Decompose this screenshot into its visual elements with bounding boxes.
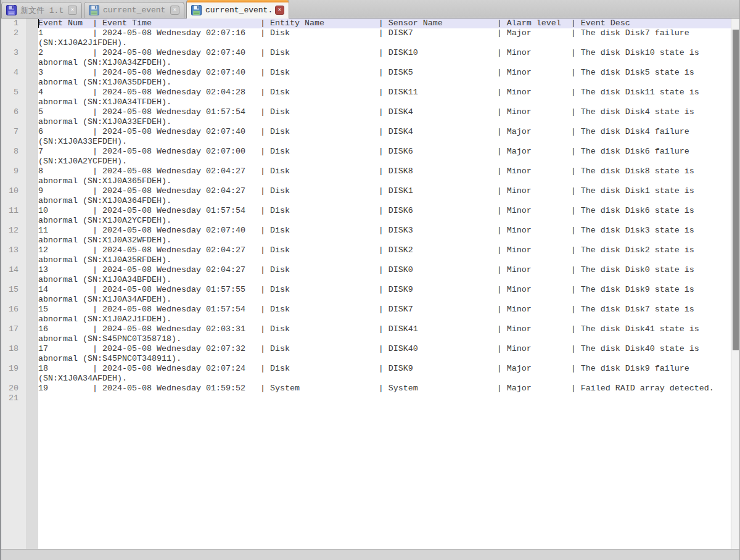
editor-line[interactable]: 1716 | 2024-05-08 Wednesday 02:03:31 | D… [1,324,731,334]
bookmark-margin-cell [26,97,38,107]
line-number: 6 [1,107,26,117]
editor-line[interactable]: abnormal (SN:X1J0A34BFDEH). [1,275,731,285]
line-number: 12 [1,226,26,236]
line-number: 13 [1,245,26,255]
editor-line[interactable]: 98 | 2024-05-08 Wednesday 02:04:27 | Dis… [1,167,731,176]
line-number [1,157,26,167]
line-text: 7 | 2024-05-08 Wednesday 02:07:00 | Disk… [38,147,731,157]
bookmark-margin-cell [26,206,38,216]
editor-line[interactable]: 1918 | 2024-05-08 Wednesday 02:07:24 | D… [1,364,731,374]
close-icon[interactable]: ✕ [275,6,284,15]
line-text: 12 | 2024-05-08 Wednesday 02:04:27 | Dis… [38,245,731,255]
line-text: abnormal (SN:X1J0A33EFDEH). [38,117,731,127]
editor-line[interactable]: 1413 | 2024-05-08 Wednesday 02:04:27 | D… [1,265,731,275]
editor-line[interactable]: 21 [1,393,731,403]
editor-line[interactable]: abnormal (SN:S45PNC0T348911). [1,354,731,364]
editor-line[interactable]: 87 | 2024-05-08 Wednesday 02:07:00 | Dis… [1,147,731,157]
editor-line[interactable]: (SN:X1J0A2J1FDEH). [1,38,731,48]
status-strip [1,549,739,560]
editor-line[interactable]: 1Event Num | Event Time | Entity Name | … [1,19,731,28]
editor-line[interactable]: (SN:X1J0A2YCFDEH). [1,157,731,167]
line-text: 8 | 2024-05-08 Wednesday 02:04:27 | Disk… [38,167,731,176]
editor-line[interactable]: 1312 | 2024-05-08 Wednesday 02:04:27 | D… [1,245,731,255]
line-number: 21 [1,393,26,403]
editor-line[interactable]: abnormal (SN:X1J0A365FDEH). [1,176,731,186]
editor-line[interactable]: abnormal (SN:S45PNC0T358718). [1,334,731,344]
editor-line[interactable]: abnormal (SN:X1J0A32WFDEH). [1,236,731,245]
bookmark-margin-cell [26,196,38,206]
floppy-disk-icon [89,5,99,15]
line-number [1,334,26,344]
line-text: abnormal (SN:X1J0A34BFDEH). [38,275,731,285]
bookmark-margin-cell [26,245,38,255]
bookmark-margin-cell [26,58,38,68]
bookmark-margin-cell [26,38,38,48]
editor-line[interactable]: 43 | 2024-05-08 Wednesday 02:07:40 | Dis… [1,68,731,78]
line-number [1,354,26,364]
editor-line[interactable]: 1110 | 2024-05-08 Wednesday 01:57:54 | D… [1,206,731,216]
line-text: 14 | 2024-05-08 Wednesday 01:57:55 | Dis… [38,285,731,295]
bookmark-margin-cell [26,186,38,196]
floppy-disk-icon [6,5,17,15]
editor[interactable]: 1Event Num | Event Time | Entity Name | … [1,19,739,549]
editor-line[interactable]: 109 | 2024-05-08 Wednesday 02:04:27 | Di… [1,186,731,196]
close-icon[interactable]: ✕ [68,6,77,15]
line-text: abnormal (SN:X1J0A32WFDEH). [38,236,731,245]
line-text: (SN:X1J0A2YCFDEH). [38,157,731,167]
scrollbar-thumb[interactable] [733,30,739,350]
editor-line[interactable]: abnormal (SN:X1J0A34TFDEH). [1,97,731,107]
editor-line[interactable]: 54 | 2024-05-08 Wednesday 02:04:28 | Dis… [1,88,731,97]
line-text: 9 | 2024-05-08 Wednesday 02:04:27 | Disk… [38,186,731,196]
bookmark-margin-cell [26,255,38,265]
line-number: 9 [1,167,26,176]
editor-line[interactable]: 65 | 2024-05-08 Wednesday 01:57:54 | Dis… [1,107,731,117]
line-text: 17 | 2024-05-08 Wednesday 02:07:32 | Dis… [38,344,731,354]
editor-line[interactable]: (SN:X1J0A34AFDEH). [1,374,731,384]
editor-line[interactable]: 1514 | 2024-05-08 Wednesday 01:57:55 | D… [1,285,731,295]
tab-current-event-active[interactable]: current_event.txt ✕ [186,0,289,19]
bookmark-margin-cell [26,157,38,167]
line-text [38,393,731,403]
line-text: 13 | 2024-05-08 Wednesday 02:04:27 | Dis… [38,265,731,275]
editor-line[interactable]: 21 | 2024-05-08 Wednesday 02:07:16 | Dis… [1,28,731,38]
editor-line[interactable]: abnormal (SN:X1J0A2J1FDEH). [1,315,731,324]
line-text: 3 | 2024-05-08 Wednesday 02:07:40 | Disk… [38,68,731,78]
line-number [1,137,26,147]
bookmark-margin-cell [26,216,38,226]
editor-line[interactable]: 2019 | 2024-05-08 Wednesday 01:59:52 | S… [1,384,731,393]
line-number [1,117,26,127]
editor-line[interactable]: 76 | 2024-05-08 Wednesday 02:07:40 | Dis… [1,127,731,137]
line-text: 18 | 2024-05-08 Wednesday 02:07:24 | Dis… [38,364,731,374]
bookmark-margin-cell [26,48,38,58]
line-number [1,97,26,107]
editor-line[interactable]: 1615 | 2024-05-08 Wednesday 01:57:54 | D… [1,305,731,315]
bookmark-margin-cell [26,295,38,305]
editor-line[interactable]: abnormal (SN:X1J0A35RFDEH). [1,255,731,265]
line-number [1,58,26,68]
bookmark-margin-cell [26,127,38,137]
editor-line[interactable]: abnormal (SN:X1J0A34ZFDEH). [1,58,731,68]
tab-bar: 新文件 1.txt ✕ current_event.txt ✕ [1,0,739,19]
bookmark-margin-cell [26,285,38,295]
editor-line[interactable]: abnormal (SN:X1J0A33EFDEH). [1,117,731,127]
bookmark-margin-cell [26,305,38,315]
close-icon[interactable]: ✕ [170,6,179,15]
bookmark-margin-cell [26,28,38,38]
line-text: abnormal (SN:X1J0A35DFDEH). [38,78,731,88]
editor-line[interactable]: abnormal (SN:X1J0A35DFDEH). [1,78,731,88]
editor-line[interactable]: 32 | 2024-05-08 Wednesday 02:07:40 | Dis… [1,48,731,58]
editor-line[interactable]: (SN:X1J0A33EFDEH). [1,137,731,147]
line-text: abnormal (SN:X1J0A34AFDEH). [38,295,731,305]
line-number: 17 [1,324,26,334]
editor-line[interactable]: abnormal (SN:X1J0A364FDEH). [1,196,731,206]
editor-line[interactable]: abnormal (SN:X1J0A34AFDEH). [1,295,731,305]
tab-new-file[interactable]: 新文件 1.txt ✕ [1,2,82,18]
line-text: 4 | 2024-05-08 Wednesday 02:04:28 | Disk… [38,88,731,97]
tab-current-event-1[interactable]: current_event.txt ✕ [84,2,184,18]
vertical-scrollbar[interactable] [731,19,739,549]
bookmark-margin-cell [26,364,38,374]
editor-line[interactable]: 1817 | 2024-05-08 Wednesday 02:07:32 | D… [1,344,731,354]
editor-line[interactable]: abnormal (SN:X1J0A2YCFDEH). [1,216,731,226]
bookmark-margin-cell [26,78,38,88]
editor-line[interactable]: 1211 | 2024-05-08 Wednesday 02:07:40 | D… [1,226,731,236]
